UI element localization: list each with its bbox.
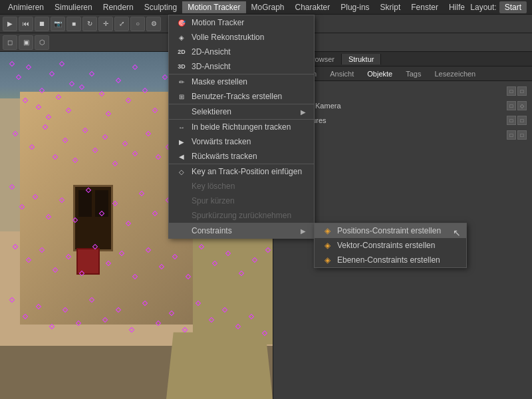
tool2-3[interactable]: ⬡ <box>35 35 49 50</box>
constraints-icon <box>177 226 186 235</box>
panel-row-camera-icons: □ ◇ <box>507 101 527 110</box>
panel-row-auto-icons: □ □ <box>507 130 527 140</box>
walkway <box>166 332 273 399</box>
benutzer-icon: ⊞ <box>177 92 186 101</box>
motion-tracker-icon: 🎯 <box>177 18 186 27</box>
menu-item-maske[interactable]: ✏ Maske erstellen <box>169 74 314 89</box>
tool-cube[interactable]: ■ <box>66 17 81 31</box>
row-icon-7[interactable]: □ <box>507 130 516 140</box>
subtab-ansicht[interactable]: Ansicht <box>325 68 359 79</box>
tool-move[interactable]: ✛ <box>98 17 113 31</box>
spuekuerzung-icon <box>177 211 186 220</box>
selektieren-icon <box>177 107 186 116</box>
panel-row-features-icons: □ □ <box>507 116 527 125</box>
submenu-positions-constraint[interactable]: ◈ Positions-Constraint erstellen <box>315 223 466 238</box>
menu-skript[interactable]: Skript <box>375 1 406 13</box>
dropdown-overlay: 🎯 Motion Tracker ◈ Volle Rekonstruktion … <box>168 15 315 239</box>
tool2-2[interactable]: ▣ <box>19 35 33 50</box>
layout-area: Layout: Start <box>470 1 529 13</box>
constraints-arrow: ▶ <box>301 227 306 235</box>
beide-icon: ↔ <box>177 122 186 132</box>
menu-mograph[interactable]: MoGraph <box>246 1 290 13</box>
window-left-pane <box>78 190 92 217</box>
key-icon: ◇ <box>177 167 186 176</box>
menu-plugins[interactable]: Plug-ins <box>335 1 374 13</box>
spur-icon <box>177 196 186 205</box>
row-icon-1[interactable]: □ <box>507 86 516 96</box>
menu-item-key-einfuegen[interactable]: ◇ Key an Track-Position einfügen <box>169 164 314 179</box>
row-icon-2[interactable]: □ <box>517 86 527 96</box>
key-del-icon <box>177 182 186 191</box>
submenu-vektor-constraint[interactable]: ◈ Vektor-Constraints erstellen <box>315 238 466 253</box>
tab-struktur[interactable]: Struktur <box>342 54 382 65</box>
row-icon-5[interactable]: □ <box>507 116 516 125</box>
menu-item-2d-ansicht[interactable]: 2D 2D-Ansicht <box>169 45 314 59</box>
menu-charakter[interactable]: Charakter <box>290 1 336 13</box>
submenu-ebenen-constraint[interactable]: ◈ Ebenen-Constraints erstellen <box>315 253 466 267</box>
menu-item-benutzer-tracks[interactable]: ⊞ Benutzer-Tracks erstellen <box>169 89 314 104</box>
window-right-pane <box>95 190 108 217</box>
menu-sculpting[interactable]: Sculpting <box>139 1 182 13</box>
menu-item-3d-ansicht[interactable]: 3D 3D-Ansicht <box>169 59 314 74</box>
row-icon-3[interactable]: □ <box>507 101 516 110</box>
row-icon-6[interactable]: □ <box>517 116 527 125</box>
layout-start[interactable]: Start <box>499 1 527 13</box>
positions-icon: ◈ <box>323 226 332 235</box>
vorwaerts-icon: ▶ <box>177 137 186 146</box>
menu-bar: Animieren Simulieren Rendern Sculpting M… <box>0 0 532 15</box>
ebenen-icon: ◈ <box>323 255 332 265</box>
layout-label: Layout: <box>470 3 496 12</box>
subtab-tags[interactable]: Tags <box>400 68 426 79</box>
tool-play[interactable]: ▶ <box>3 17 17 31</box>
tool-rotate[interactable]: ↻ <box>82 17 97 31</box>
menu-animieren[interactable]: Animieren <box>3 1 49 13</box>
menu-hilfe[interactable]: Hilfe <box>444 1 470 13</box>
motion-tracker-menu: 🎯 Motion Tracker ◈ Volle Rekonstruktion … <box>168 15 315 239</box>
menu-simulieren[interactable]: Simulieren <box>49 1 98 13</box>
tool-scale[interactable]: ⤢ <box>114 17 129 31</box>
row-icon-8[interactable]: □ <box>517 130 527 140</box>
2d-icon: 2D <box>177 47 186 57</box>
tool-camera[interactable]: 📷 <box>51 17 65 31</box>
maske-icon: ✏ <box>177 77 186 86</box>
menu-fenster[interactable]: Fenster <box>406 1 444 13</box>
vektor-icon: ◈ <box>323 241 332 250</box>
rueckwaerts-icon: ◀ <box>177 152 186 161</box>
menu-item-key-loeschen[interactable]: Key löschen <box>169 179 314 194</box>
menu-item-motion-tracker[interactable]: 🎯 Motion Tracker <box>169 15 314 30</box>
menu-item-rueckwaerts[interactable]: ◀ Rückwärts tracken <box>169 149 314 164</box>
tool-circle[interactable]: ○ <box>130 17 145 31</box>
menu-motion-tracker[interactable]: Motion Tracker <box>182 1 245 13</box>
tool2-1[interactable]: ◻ <box>3 35 17 50</box>
menu-item-spur-kuerzen[interactable]: Spur kürzen <box>169 194 314 208</box>
menu-item-beide-richtungen[interactable]: ↔ In beide Richtungen tracken <box>169 119 314 134</box>
3d-icon: 3D <box>177 62 186 71</box>
menu-item-vorwaerts[interactable]: ▶ Vorwärts tracken <box>169 134 314 149</box>
tool-rewind[interactable]: ⏮ <box>19 17 33 31</box>
subtab-lesezeichen[interactable]: Lesezeichen <box>429 68 481 79</box>
menu-item-spuekuerzung[interactable]: Spurkürzung zurücknehmen <box>169 208 314 223</box>
subtab-objekte[interactable]: Objekte <box>362 68 398 79</box>
tool-settings[interactable]: ⚙ <box>146 17 161 31</box>
red-door <box>76 248 100 275</box>
menu-item-selektieren[interactable]: Selektieren ▶ <box>169 104 314 119</box>
selektieren-arrow: ▶ <box>301 108 306 116</box>
rekonstruktion-icon: ◈ <box>177 33 186 42</box>
panel-row-tracker-icons: □ □ <box>507 86 527 96</box>
menu-rendern[interactable]: Rendern <box>98 1 139 13</box>
constraints-submenu: ◈ Positions-Constraint erstellen ◈ Vekto… <box>314 223 467 268</box>
tool-stop[interactable]: ⏹ <box>35 17 49 31</box>
menu-item-constraints[interactable]: Constraints ▶ ◈ Positions-Constraint ers… <box>169 223 314 238</box>
menu-item-volle-rekonstruktion[interactable]: ◈ Volle Rekonstruktion <box>169 30 314 45</box>
cursor-indicator: ↖ <box>453 227 461 238</box>
row-icon-4[interactable]: ◇ <box>517 101 527 110</box>
